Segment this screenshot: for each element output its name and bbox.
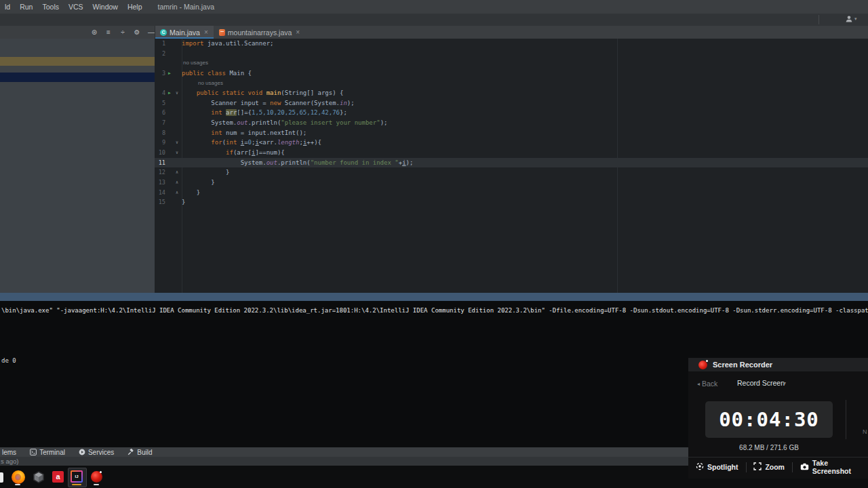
menu-item-run[interactable]: Run	[15, 3, 37, 11]
toolwindow-button-services[interactable]: Services	[79, 449, 114, 456]
tab-main-java[interactable]: CMain.java×	[155, 26, 214, 39]
menu-item-ld[interactable]: ld	[0, 3, 15, 11]
code-line[interactable]: 2	[155, 49, 868, 59]
code-line[interactable]: 12∧ }	[155, 167, 868, 178]
toolwindow-label: lems	[2, 449, 16, 456]
code-text: }	[182, 197, 868, 207]
recording-timer-panel: 00:04:30	[705, 401, 833, 438]
collapse-all-icon[interactable]: ÷	[119, 28, 127, 36]
toolwindow-button-build[interactable]: Build	[127, 449, 152, 456]
expand-all-icon[interactable]: ≡	[104, 28, 113, 36]
line-number: 5	[155, 98, 165, 108]
screen: ldRunToolsVCSWindowHelp tamrin - Main.ja…	[0, 0, 868, 488]
toolwindow-label: Services	[88, 449, 114, 456]
back-button[interactable]: ◂ Back	[697, 380, 717, 388]
tab-label: mountainarrays.java	[228, 28, 292, 37]
close-icon[interactable]: ×	[296, 28, 300, 36]
recorder-side-divider	[846, 400, 846, 439]
code-line[interactable]: 5 Scanner input = new Scanner(System.in)…	[155, 98, 868, 108]
code-text: for(int i=0;i<arr.length;i++){	[182, 138, 868, 148]
tab-mountainarrays-java[interactable]: mountainarrays.java×	[214, 26, 305, 39]
code-line[interactable]: 8 int num = input.nextInt();	[155, 128, 868, 138]
code-text: System.out.println("number found in inde…	[182, 158, 868, 168]
code-line[interactable]: 1import java.util.Scanner;	[155, 39, 868, 49]
code-line[interactable]: 6 int arr[]={1,5,10,20,25,65,12,42,76};	[155, 108, 868, 118]
fold-open-icon[interactable]: ∨	[176, 138, 178, 148]
run-arrow-icon[interactable]: ▶	[168, 68, 171, 79]
code-inlay-hint: no usages	[155, 79, 868, 89]
code-line[interactable]: 11 System.out.println("number found in i…	[155, 158, 868, 168]
menu-item-help[interactable]: Help	[123, 3, 147, 11]
fold-open-icon[interactable]: ∨	[176, 88, 178, 98]
code-line[interactable]: 9∨ for(int i=0;i<arr.length;i++){	[155, 138, 868, 148]
amd-radeon-icon[interactable]: a	[52, 471, 64, 483]
gutter-markers	[165, 39, 182, 49]
toolwindow-label: Build	[137, 449, 152, 456]
settings-icon[interactable]: ⚙	[133, 28, 141, 36]
terminal-icon	[30, 449, 37, 455]
chevron-down-icon[interactable]: ▾	[783, 380, 786, 386]
button-label: Take Screenshot	[812, 459, 861, 475]
menu-item-tools[interactable]: Tools	[37, 3, 64, 11]
project-item-selected[interactable]	[0, 73, 155, 82]
menu-items: ldRunToolsVCSWindowHelp	[0, 3, 147, 11]
gutter-markers	[165, 49, 182, 59]
project-panel-toolbar: ⊛≡÷⚙—	[90, 26, 155, 39]
fold-close-icon[interactable]: ∧	[176, 167, 178, 178]
record-mode-select[interactable]: Record Screen	[737, 379, 785, 387]
gutter-markers: ▶	[165, 68, 182, 79]
code-editor[interactable]: 1import java.util.Scanner;2no usages3▶pu…	[155, 39, 868, 293]
code-line[interactable]: 10∨ if(arr[i]==num){	[155, 148, 868, 158]
fold-open-icon[interactable]: ∨	[176, 148, 178, 158]
toolwindow-button-terminal[interactable]: Terminal	[30, 449, 65, 456]
storage-usage-text: 68.2 MB / 271.6 GB	[688, 444, 850, 451]
screen-recorder-window: Screen Recorder ◂ Back Record Screen ▾ 0…	[688, 358, 868, 479]
zoom-button[interactable]: Zoom	[746, 462, 792, 472]
line-number: 8	[155, 128, 165, 138]
camera-icon	[800, 463, 809, 472]
fold-close-icon[interactable]: ∧	[176, 188, 178, 198]
taskbar-clipped-app-icon[interactable]	[0, 472, 3, 483]
class-file-icon: C	[160, 29, 167, 36]
line-number: 3	[155, 68, 165, 79]
code-line[interactable]: 3▶public class Main {	[155, 68, 868, 79]
code-line[interactable]: 13∧ }	[155, 178, 868, 188]
locate-icon[interactable]: ⊛	[90, 28, 98, 36]
editor-tabs: CMain.java×mountainarrays.java×	[155, 26, 305, 39]
take-screenshot-button[interactable]: Take Screenshot	[793, 459, 868, 475]
project-item-highlighted[interactable]	[0, 57, 155, 66]
code-text: public static void main(String[] args) {	[182, 88, 868, 98]
toolbar-divider	[818, 15, 819, 24]
code-line[interactable]: 4▶∨ public static void main(String[] arg…	[155, 88, 868, 98]
code-text: int arr[]={1,5,10,20,25,65,12,42,76};	[182, 108, 868, 118]
fold-close-icon[interactable]: ∧	[176, 178, 178, 188]
project-tool-window[interactable]	[0, 39, 155, 293]
user-account-button[interactable]: ▾	[845, 15, 857, 23]
code-line[interactable]: 7 System.out.println("please insert your…	[155, 118, 868, 128]
intellij-idea-logo-text: IJ	[72, 472, 81, 481]
code-text: }	[182, 167, 868, 178]
code-line[interactable]: 15}	[155, 197, 868, 207]
code-line[interactable]: 14∧ }	[155, 188, 868, 198]
screen-recorder-app-icon[interactable]	[91, 471, 102, 483]
menu-item-vcs[interactable]: VCS	[64, 3, 88, 11]
spotlight-button[interactable]: Spotlight	[688, 462, 746, 472]
firefox-icon[interactable]	[12, 470, 25, 484]
record-icon	[698, 361, 707, 369]
menu-item-window[interactable]: Window	[88, 3, 123, 11]
build-icon	[127, 449, 134, 455]
close-icon[interactable]: ×	[204, 28, 208, 36]
services-icon	[79, 449, 85, 455]
line-number: 9	[155, 138, 165, 148]
spotlight-icon	[696, 462, 704, 472]
line-number: 7	[155, 118, 165, 128]
unity-hub-icon[interactable]	[32, 470, 45, 484]
line-number: 14	[155, 188, 165, 198]
toolwindow-button-lems[interactable]: lems	[2, 449, 16, 456]
recorder-titlebar[interactable]: Screen Recorder	[688, 358, 868, 371]
chevron-down-icon: ▾	[854, 16, 857, 22]
intellij-idea-icon: IJ	[71, 470, 83, 483]
recording-timer: 00:04:30	[719, 408, 819, 431]
run-arrow-icon[interactable]: ▶	[168, 88, 171, 98]
gutter-markers: ▶∨	[165, 88, 182, 98]
